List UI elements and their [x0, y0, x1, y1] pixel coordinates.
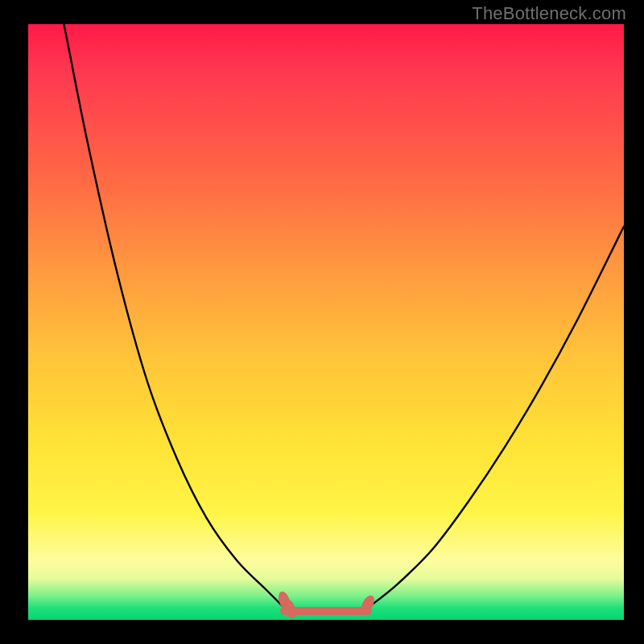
chart-stage: TheBottleneck.com [0, 0, 644, 644]
watermark-text: TheBottleneck.com [472, 3, 626, 24]
left-curve [58, 0, 284, 608]
end-blobs [276, 590, 377, 620]
plot-area [28, 24, 624, 620]
right-curve [368, 221, 630, 608]
curve-layer [28, 24, 624, 620]
